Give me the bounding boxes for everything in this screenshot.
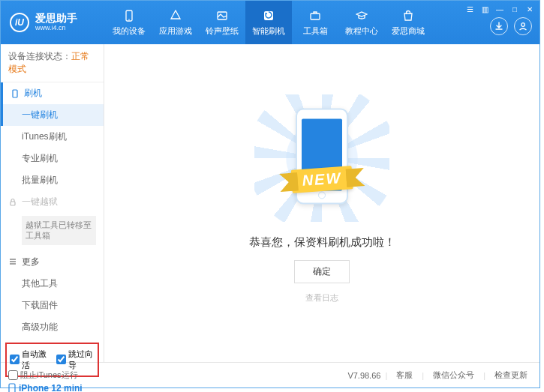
window-controls: ☰ ▥ — □ ✕ (464, 4, 535, 14)
wechat-link[interactable]: 微信公众号 (433, 370, 474, 381)
menu-button[interactable]: ☰ (464, 4, 475, 14)
svg-rect-7 (11, 202, 15, 205)
close-button[interactable]: ✕ (524, 4, 535, 14)
minimize-button[interactable]: — (494, 4, 505, 14)
flash-icon (262, 9, 275, 22)
wallpaper-icon (215, 9, 229, 22)
connection-status: 设备连接状态：正常模式 (1, 44, 104, 82)
download-icon (494, 21, 504, 31)
checkbox-block-itunes[interactable]: 阻止iTunes运行 (8, 370, 78, 381)
view-log-link[interactable]: 查看日志 (305, 292, 338, 304)
checkbox-input[interactable] (56, 355, 66, 364)
sidebar-item-other-tools[interactable]: 其他工具 (1, 273, 104, 295)
user-icon (518, 21, 528, 31)
check-update-link[interactable]: 检查更新 (494, 370, 527, 381)
nav-label: 铃声壁纸 (206, 25, 239, 37)
phone-icon (11, 89, 20, 98)
checkbox-label: 自动激活 (22, 349, 49, 371)
sidebar-item-batch-flash[interactable]: 批量刷机 (1, 169, 104, 191)
checkbox-skip-setup[interactable]: 跳过向导 (56, 349, 95, 371)
nav-smart-flash[interactable]: 智能刷机 (245, 1, 292, 44)
svg-point-5 (521, 23, 525, 27)
checkbox-input[interactable] (8, 370, 18, 380)
svg-rect-6 (13, 90, 17, 97)
maximize-button[interactable]: □ (509, 4, 520, 14)
nav-tutorials[interactable]: 教程中心 (338, 1, 385, 44)
checkbox-label: 阻止iTunes运行 (20, 370, 78, 381)
sidebar-item-advanced[interactable]: 高级功能 (1, 316, 104, 338)
sidebar-item-download-firmware[interactable]: 下载固件 (1, 295, 104, 316)
success-message: 恭喜您，保资料刷机成功啦！ (249, 235, 395, 250)
checkbox-input[interactable] (10, 355, 20, 364)
phone-icon (122, 9, 136, 22)
nav-label: 爱思商城 (392, 25, 425, 37)
sidebar-flash-header[interactable]: 刷机 (1, 82, 104, 104)
sidebar-header-label: 刷机 (24, 87, 42, 100)
new-ribbon: NEW (291, 166, 353, 193)
svg-point-1 (128, 19, 130, 20)
device-name: iPhone 12 mini (8, 383, 96, 392)
separator: | (483, 371, 485, 380)
download-manager-button[interactable] (490, 17, 508, 35)
graduation-icon (355, 9, 368, 22)
checkbox-auto-activate[interactable]: 自动激活 (10, 349, 49, 371)
sidebar-more-header[interactable]: 更多 (1, 251, 104, 273)
connection-status-label: 设备连接状态： (8, 51, 71, 61)
brand-name: 爱思助手 (35, 13, 77, 24)
jailbreak-moved-note: 越狱工具已转移至工具箱 (22, 216, 96, 245)
svg-rect-4 (311, 13, 320, 19)
list-icon (8, 257, 17, 266)
nav-ringtone-wallpaper[interactable]: 铃声壁纸 (199, 1, 245, 44)
nav-label: 工具箱 (303, 25, 328, 37)
nav-label: 智能刷机 (252, 25, 285, 37)
sidebar-jailbreak-label: 一键越狱 (22, 196, 58, 208)
store-icon (401, 9, 415, 22)
brand-logo-icon: iU (10, 13, 29, 32)
nav-label: 应用游戏 (159, 25, 192, 37)
phone-icon (8, 383, 16, 392)
body: 设备连接状态：正常模式 刷机 一键刷机 iTunes刷机 专业刷机 批量刷机 一… (1, 44, 539, 362)
nav-label: 我的设备 (113, 25, 146, 37)
brand-url: www.i4.cn (35, 25, 77, 32)
nav-my-device[interactable]: 我的设备 (106, 1, 152, 44)
ok-button[interactable]: 确定 (294, 260, 350, 283)
version-label: V7.98.66 (347, 371, 380, 380)
checkbox-label: 跳过向导 (68, 349, 95, 371)
lock-icon (8, 198, 17, 207)
skin-button[interactable]: ▥ (479, 4, 490, 14)
sidebar: 设备连接状态：正常模式 刷机 一键刷机 iTunes刷机 专业刷机 批量刷机 一… (1, 44, 104, 362)
nav-apps-games[interactable]: 应用游戏 (152, 1, 199, 44)
brand-text: 爱思助手 www.i4.cn (35, 13, 77, 31)
device-name-text: iPhone 12 mini (19, 383, 83, 392)
separator: | (422, 371, 424, 380)
account-button[interactable] (514, 17, 532, 35)
separator: | (385, 371, 387, 380)
nav-toolbox[interactable]: 工具箱 (292, 1, 338, 44)
nav-label: 教程中心 (345, 25, 378, 37)
nav-store[interactable]: 爱思商城 (385, 1, 431, 44)
app-window: iU 爱思助手 www.i4.cn 我的设备 应用游戏 铃声壁纸 智能刷机 (0, 0, 540, 388)
apps-icon (169, 9, 182, 22)
sidebar-item-itunes-flash[interactable]: iTunes刷机 (1, 126, 104, 148)
main-content: NEW 恭喜您，保资料刷机成功啦！ 确定 查看日志 (104, 44, 539, 362)
success-illustration: NEW (254, 94, 389, 222)
title-bar: iU 爱思助手 www.i4.cn 我的设备 应用游戏 铃声壁纸 智能刷机 (1, 1, 539, 44)
sidebar-item-pro-flash[interactable]: 专业刷机 (1, 148, 104, 169)
toolbox-icon (308, 9, 322, 22)
sidebar-jailbreak-header: 一键越狱 (1, 191, 104, 213)
sidebar-item-oneclick-flash[interactable]: 一键刷机 (1, 104, 104, 126)
svg-rect-8 (9, 384, 15, 392)
brand: iU 爱思助手 www.i4.cn (1, 13, 106, 32)
top-right-circles (490, 17, 532, 35)
support-link[interactable]: 客服 (396, 370, 413, 381)
sidebar-header-label: 更多 (22, 256, 40, 268)
